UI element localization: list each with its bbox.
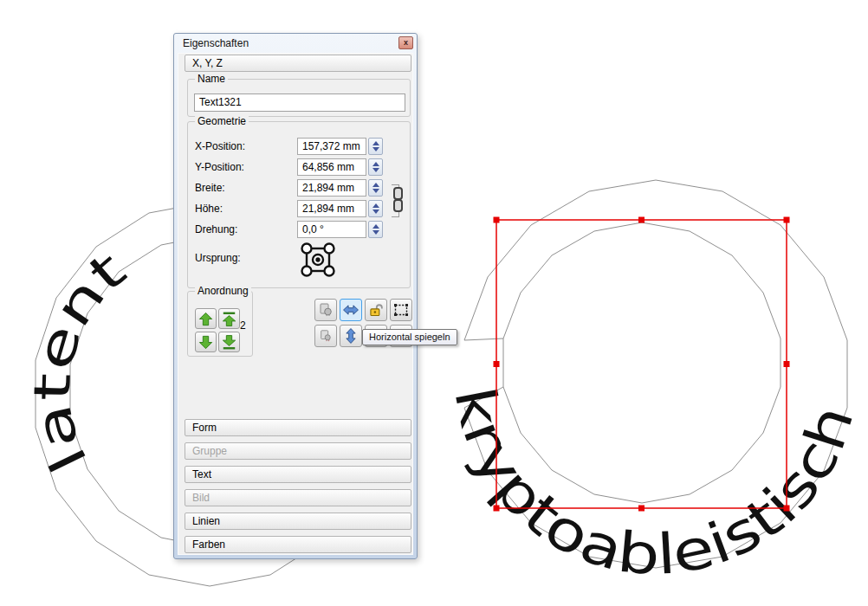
spinner-up-icon[interactable] [372, 203, 379, 208]
spinner-up-icon[interactable] [372, 141, 379, 145]
width-field[interactable]: 21,894 mm [297, 179, 366, 197]
dialog-content: X, Y, Z Name Text1321 Geometrie X-Positi… [178, 53, 413, 555]
raise-to-front-button[interactable] [218, 308, 240, 329]
y-position-stepper[interactable] [368, 158, 383, 176]
name-group-legend: Name [195, 73, 228, 85]
arrange-group-legend: Anordnung [195, 285, 251, 297]
close-icon[interactable]: x [398, 36, 413, 49]
raise-button[interactable] [195, 308, 217, 329]
drawing-canvas: latent kryptoableistisch [0, 0, 868, 606]
spinner-down-icon[interactable] [372, 147, 379, 152]
x-position-label: X-Position: [195, 140, 245, 152]
spinner-up-icon[interactable] [372, 183, 379, 187]
width-stepper[interactable] [368, 179, 383, 197]
chain-link-icon[interactable] [393, 199, 403, 212]
origin-corner-bl[interactable] [302, 267, 312, 276]
lower-to-back-button[interactable] [218, 332, 240, 352]
apply-default-button[interactable] [314, 299, 337, 321]
section-header-xyz[interactable]: X, Y, Z [185, 55, 411, 72]
arrow-down-icon [198, 334, 214, 351]
rotation-stepper[interactable] [368, 221, 383, 238]
name-group: Name Text1321 [187, 79, 411, 117]
dialog-title: Eigenschaften [183, 37, 249, 49]
origin-corner-br[interactable] [325, 267, 334, 276]
section-header-farben[interactable]: Farben [185, 536, 411, 553]
spinner-down-icon[interactable] [372, 168, 379, 172]
arrange-group: Anordnung [187, 291, 253, 357]
right-circular-text[interactable]: kryptoableistisch [442, 382, 866, 588]
arrow-to-front-icon [221, 311, 237, 327]
section-header-gruppe: Gruppe [185, 442, 411, 460]
arrow-to-back-icon [221, 334, 237, 351]
origin-corner-tl[interactable] [302, 244, 312, 254]
y-position-label: Y-Position: [195, 161, 244, 173]
tooltip: Horizontal spiegeln [362, 329, 457, 345]
lower-button[interactable] [195, 332, 217, 352]
selection-frame-button[interactable] [390, 299, 412, 321]
section-header-bild: Bild [185, 489, 411, 506]
left-circular-text[interactable]: latent [23, 241, 137, 482]
handle-top-right[interactable] [784, 217, 790, 223]
selection-frame-icon [393, 302, 409, 318]
height-stepper[interactable] [368, 200, 383, 217]
stamp-icon [319, 329, 333, 343]
right-ring-connector-top [464, 338, 503, 340]
spinner-up-icon[interactable] [372, 224, 379, 229]
width-label: Breite: [195, 182, 225, 194]
handle-top-center[interactable] [638, 217, 645, 223]
rotation-field[interactable]: 0,0 ° [297, 221, 366, 238]
dialog-titlebar[interactable]: Eigenschaften x [174, 34, 417, 53]
origin-corner-tr[interactable] [325, 244, 334, 254]
handle-bottom-right[interactable] [784, 506, 790, 512]
height-field[interactable]: 21,894 mm [297, 200, 366, 217]
mirror-vertical-icon [342, 327, 360, 345]
mirror-vertical-button[interactable] [340, 325, 362, 347]
x-position-stepper[interactable] [368, 138, 383, 155]
origin-label: Ursprung: [195, 252, 241, 264]
geometry-group-legend: Geometrie [195, 115, 249, 127]
mirror-horizontal-icon [342, 301, 360, 319]
x-position-field[interactable]: 157,372 mm [297, 138, 366, 155]
rotation-label: Drehung: [195, 223, 237, 235]
arrow-up-icon [198, 311, 214, 327]
chain-link-icon[interactable] [393, 187, 403, 200]
section-header-form[interactable]: Form [185, 419, 411, 436]
handle-mid-left[interactable] [494, 361, 500, 367]
geometry-group: Geometrie X-Position: 157,372 mm Y-Posit… [187, 121, 411, 288]
handle-mid-right[interactable] [784, 361, 790, 367]
origin-selector[interactable] [298, 240, 338, 280]
y-position-field[interactable]: 64,856 mm [297, 158, 366, 176]
apply-default-2-button[interactable] [314, 325, 337, 347]
section-header-text[interactable]: Text [185, 466, 411, 483]
spinner-down-icon[interactable] [372, 230, 379, 235]
spinner-down-icon[interactable] [372, 210, 379, 214]
mirror-horizontal-button[interactable] [340, 299, 362, 321]
handle-top-left[interactable] [494, 217, 500, 223]
right-ring-inner [503, 222, 781, 503]
section-header-linien[interactable]: Linien [185, 513, 411, 530]
stamp-icon [318, 302, 334, 318]
height-label: Höhe: [195, 203, 223, 215]
spinner-down-icon[interactable] [372, 189, 379, 193]
origin-center-selected-dot [315, 257, 320, 261]
spinner-up-icon[interactable] [372, 162, 379, 166]
lock-button[interactable] [365, 299, 387, 321]
lock-open-icon [368, 302, 384, 318]
properties-dialog: Eigenschaften x X, Y, Z Name Text1321 Ge… [173, 33, 418, 559]
handle-bottom-left[interactable] [494, 506, 500, 512]
handle-bottom-center[interactable] [638, 506, 645, 512]
name-input[interactable]: Text1321 [194, 93, 405, 112]
z-order-count: 2 [240, 319, 246, 332]
